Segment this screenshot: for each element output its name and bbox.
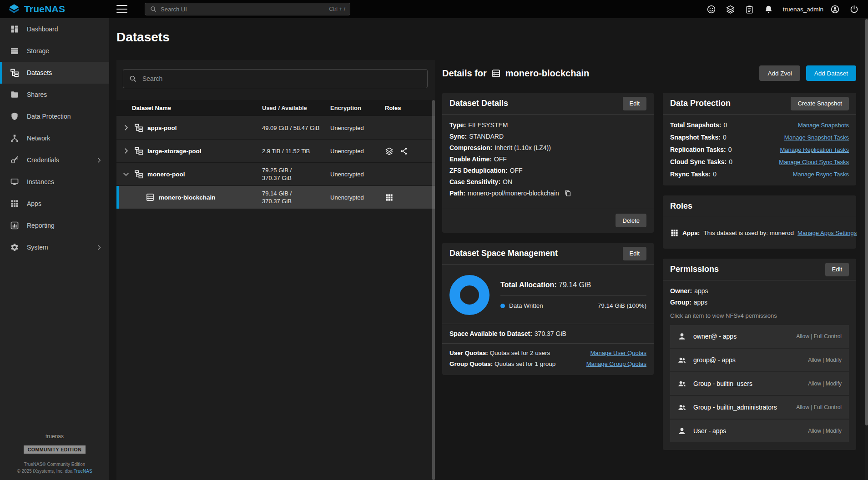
menu-toggle-button[interactable]	[116, 5, 127, 13]
monitor-icon	[10, 177, 19, 186]
dataset-search-input[interactable]	[142, 75, 422, 82]
manage-apps-settings-link[interactable]: Manage Apps Settings	[797, 230, 857, 236]
manage-snapshots-link[interactable]: Manage Snapshots	[798, 122, 849, 129]
manage-user-quotas-link[interactable]: Manage User Quotas	[590, 350, 646, 356]
details-dataset-name: monero-blockchain	[505, 68, 589, 79]
sidebar-item-credentials[interactable]: Credentials	[0, 149, 109, 171]
global-search[interactable]: Ctrl + /	[145, 3, 350, 15]
field-type: Type:FILESYSTEM	[449, 121, 646, 129]
sidebar-footer: truenas COMMUNITY EDITION TrueNAS® Commu…	[0, 433, 109, 475]
dataset-tree-panel: Dataset Name Used / Available Encryption…	[116, 60, 435, 480]
used-available: 49.09 GiB / 58.47 GiB	[262, 124, 330, 132]
alerts-bell-icon[interactable]	[764, 5, 773, 14]
user-circle-icon[interactable]	[830, 5, 840, 14]
manage-rsync-tasks-link[interactable]: Manage Rsync Tasks	[793, 171, 849, 178]
cloud-sync-tasks-row: Cloud Sync Tasks:0Manage Cloud Sync Task…	[670, 158, 849, 165]
person-icon	[677, 426, 686, 435]
card-title: Dataset Details	[449, 99, 508, 108]
topbar-actions: truenas_admin	[707, 5, 868, 14]
jobs-layers-icon[interactable]	[726, 5, 735, 14]
tasks-clipboard-icon[interactable]	[745, 5, 754, 14]
create-snapshot-button[interactable]: Create Snapshot	[791, 97, 849, 110]
truenas-logo[interactable]: TrueNAS	[0, 3, 109, 15]
page-title: Datasets	[116, 30, 862, 45]
sidebar-item-label: Instances	[27, 178, 54, 185]
page-scrollbar[interactable]	[865, 18, 868, 480]
sidebar-item-shares[interactable]: Shares	[0, 84, 109, 105]
sidebar-item-reporting[interactable]: Reporting	[0, 215, 109, 236]
table-row-monero-pool[interactable]: monero-pool 79.25 GiB / 370.37 GiB Unenc…	[116, 163, 435, 186]
encryption-state: Unencrypted	[330, 171, 385, 178]
sidebar-item-network[interactable]: Network	[0, 127, 109, 149]
table-row-apps-pool[interactable]: apps-pool 49.09 GiB / 58.47 GiB Unencryp…	[116, 116, 435, 140]
manage-replication-tasks-link[interactable]: Manage Replication Tasks	[780, 146, 849, 153]
sidebar-item-apps[interactable]: Apps	[0, 193, 109, 215]
username-label: truenas_admin	[783, 6, 823, 13]
roles-card: Roles Apps: This dataset is used by: mon…	[663, 195, 856, 249]
dataset-search[interactable]	[123, 69, 428, 88]
apps-grid-icon	[10, 199, 19, 208]
table-header: Dataset Name Used / Available Encryption…	[116, 100, 435, 116]
sidebar-item-system[interactable]: System	[0, 236, 109, 258]
card-title: Roles	[670, 201, 692, 211]
details-title: Details for monero-blockchain	[442, 68, 589, 79]
search-icon	[150, 5, 157, 13]
snapshot-tasks-row: Snapshot Tasks:0Manage Snapshot Tasks	[670, 134, 849, 141]
dataset-tree-icon	[134, 170, 143, 179]
sidebar-item-label: Network	[27, 135, 50, 142]
page-scrollbar-thumb[interactable]	[865, 19, 868, 425]
share-role-icon	[399, 147, 408, 155]
encryption-state: Unencrypted	[330, 148, 385, 155]
table-row-large-storage-pool[interactable]: large-storage-pool 2.9 TiB / 11.52 TiB U…	[116, 140, 435, 163]
edition-line: TrueNAS® Community Edition	[0, 461, 109, 468]
legend-data-written: Data Written 79.14 GiB (100%)	[500, 295, 646, 309]
sidebar-item-storage[interactable]: Storage	[0, 40, 109, 62]
sidebar-item-datasets[interactable]: Datasets	[0, 62, 109, 84]
dataset-tree-icon	[10, 68, 19, 77]
group-quotas-row: Group Quotas: Quotas set for 1 group Man…	[449, 360, 646, 367]
used-available: 79.25 GiB / 370.37 GiB	[262, 166, 330, 182]
permission-item-builtin-users[interactable]: Group - builtin_users Allow | Modify	[670, 372, 849, 395]
used-available: 2.9 TiB / 11.52 TiB	[262, 147, 330, 155]
delete-dataset-button[interactable]: Delete	[616, 214, 646, 227]
space-available: Space Available to Dataset:370.37 GiB	[449, 330, 646, 337]
dataset-tree-icon	[134, 123, 143, 132]
global-search-input[interactable]	[161, 6, 325, 13]
permission-item-builtin-administrators[interactable]: Group - builtin_administrators Allow | F…	[670, 396, 849, 419]
chevron-right-icon	[95, 244, 103, 251]
copy-path-icon[interactable]	[564, 190, 571, 197]
sidebar-item-data-protection[interactable]: Data Protection	[0, 105, 109, 127]
edit-space-button[interactable]: Edit	[623, 247, 646, 260]
chevron-right-icon[interactable]	[122, 124, 130, 132]
permission-item-group-at[interactable]: group@ - apps Allow | Modify	[670, 349, 849, 371]
rsync-tasks-row: Rsync Tasks:0Manage Rsync Tasks	[670, 170, 849, 178]
chevron-right-icon	[95, 156, 103, 164]
dataset-name: apps-pool	[147, 125, 177, 131]
manage-snapshot-tasks-link[interactable]: Manage Snapshot Tasks	[784, 134, 849, 141]
manage-cloud-sync-tasks-link[interactable]: Manage Cloud Sync Tasks	[779, 159, 849, 165]
sidebar-item-dashboard[interactable]: Dashboard	[0, 18, 109, 40]
add-zvol-button[interactable]: Add Zvol	[759, 65, 800, 81]
power-icon[interactable]	[849, 5, 859, 14]
bar-chart-icon	[10, 221, 19, 230]
chevron-right-icon[interactable]	[122, 147, 130, 155]
field-compression: Compression:Inherit (1.10x (LZ4))	[449, 144, 646, 151]
permission-item-user-apps[interactable]: User - apps Allow | Modify	[670, 420, 849, 442]
tree-scrollbar[interactable]	[432, 100, 435, 480]
add-dataset-button[interactable]: Add Dataset	[806, 65, 856, 81]
sidebar-item-instances[interactable]: Instances	[0, 171, 109, 193]
permission-item-owner[interactable]: owner@ - apps Allow | Full Control	[670, 325, 849, 348]
table-row-monero-blockchain[interactable]: monero-blockchain 79.14 GiB / 370.37 GiB…	[116, 186, 435, 209]
main-content: Datasets Dataset Name Used / Available E…	[109, 18, 868, 480]
copyright-brand-link[interactable]: TrueNAS	[74, 469, 92, 474]
manage-group-quotas-link[interactable]: Manage Group Quotas	[586, 360, 646, 367]
chevron-down-icon[interactable]	[122, 170, 130, 178]
edit-permissions-button[interactable]: Edit	[825, 263, 849, 276]
used-available: 79.14 GiB / 370.37 GiB	[262, 190, 330, 205]
edition-badge[interactable]: COMMUNITY EDITION	[24, 445, 86, 454]
space-donut-chart	[449, 275, 490, 315]
feedback-smiley-icon[interactable]	[707, 5, 716, 14]
replication-tasks-row: Replication Tasks:0Manage Replication Ta…	[670, 146, 849, 153]
edit-dataset-details-button[interactable]: Edit	[623, 97, 646, 110]
dataset-name: monero-blockchain	[159, 194, 216, 201]
